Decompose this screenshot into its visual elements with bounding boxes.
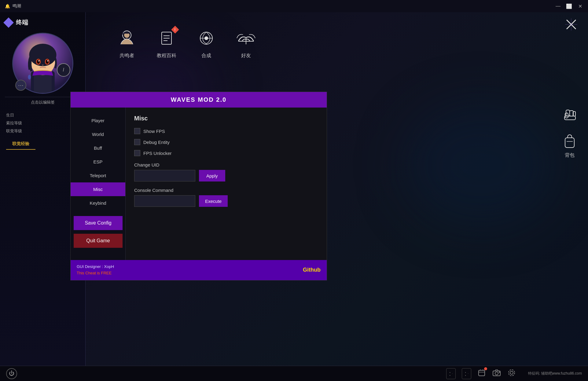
synthesis-label: 合成 bbox=[201, 53, 211, 59]
power-button[interactable]: ⏻ bbox=[6, 368, 17, 379]
wiki-label: 教程百科 bbox=[157, 53, 176, 59]
taskbar: ⏻ : · : · bbox=[0, 366, 588, 381]
fist-icon bbox=[560, 104, 579, 122]
resonators-label: 共鸣者 bbox=[119, 53, 134, 59]
svg-point-9 bbox=[46, 60, 49, 64]
taskbar-icon-group-1: : · bbox=[446, 368, 456, 379]
section-icon bbox=[3, 17, 14, 28]
save-config-button[interactable]: Save Config bbox=[74, 216, 123, 230]
taskbar-icons: : · : · bbox=[446, 368, 582, 379]
tag-edit-label[interactable]: 点击以编辑签 bbox=[5, 97, 80, 108]
svg-rect-34 bbox=[479, 370, 485, 376]
settings-button[interactable] bbox=[507, 368, 516, 379]
svg-point-42 bbox=[509, 370, 515, 376]
liangjue-level-label: 联觉等级 bbox=[6, 129, 22, 133]
show-fps-checkbox[interactable] bbox=[134, 128, 140, 134]
window-chrome: 🔔 鸣潮 — ⬜ ✕ bbox=[0, 0, 588, 12]
level-badge: l bbox=[57, 63, 70, 77]
nav-item-friends[interactable]: 好友 bbox=[235, 27, 257, 59]
icon-dot-1: : bbox=[449, 370, 451, 378]
icon-dot-2: · bbox=[452, 372, 453, 375]
icon-dot-3: : bbox=[465, 370, 466, 378]
mod-nav-esp[interactable]: ESP bbox=[71, 155, 125, 169]
nav-icons-row: 共鸣者 ! 教程百科 bbox=[116, 27, 257, 59]
mod-nav-player[interactable]: Player bbox=[71, 114, 125, 127]
camera-button[interactable] bbox=[492, 368, 501, 379]
liangjue-level-row: 联觉等级 bbox=[6, 127, 79, 135]
section-title: Misc bbox=[134, 115, 318, 122]
svg-rect-29 bbox=[565, 113, 568, 118]
debug-entity-label: Debug Entity bbox=[143, 140, 170, 145]
minimize-button[interactable]: — bbox=[555, 3, 561, 9]
change-uid-row: Apply bbox=[134, 170, 318, 181]
sora-level-label: 索拉等级 bbox=[6, 121, 22, 125]
mod-header: WAVES MOD 2.0 bbox=[71, 92, 327, 108]
mod-body: Player World Buff ESP Teleport Misc Keyb… bbox=[71, 108, 327, 260]
right-icon-fist[interactable] bbox=[560, 104, 579, 122]
mod-nav-world[interactable]: World bbox=[71, 127, 125, 141]
change-uid-label: Change UID bbox=[134, 162, 318, 167]
execute-button[interactable]: Execute bbox=[199, 195, 228, 207]
mod-content: Misc Show FPS Debug Entity FPS Unlocker … bbox=[126, 108, 327, 260]
nav-item-wiki[interactable]: ! 教程百科 bbox=[156, 27, 177, 59]
mod-dialog: WAVES MOD 2.0 Player World Buff ESP Tele… bbox=[70, 92, 327, 280]
footer-designer: GUI Designer : XopH bbox=[77, 264, 114, 270]
checkbox-fps-unlocker: FPS Unlocker bbox=[134, 150, 318, 156]
fps-unlocker-label: FPS Unlocker bbox=[143, 151, 172, 156]
console-command-section: Console Command Execute bbox=[134, 188, 318, 207]
bg-glow-2 bbox=[405, 104, 557, 226]
svg-point-41 bbox=[510, 371, 513, 374]
resonators-icon bbox=[116, 27, 138, 49]
console-command-row: Execute bbox=[134, 195, 318, 207]
svg-point-8 bbox=[37, 60, 40, 64]
footer-left: GUI Designer : XopH This Cheat is FREE bbox=[77, 264, 114, 277]
wiki-icon: ! bbox=[156, 27, 177, 49]
console-command-label: Console Command bbox=[134, 188, 318, 193]
checkbox-show-fps: Show FPS bbox=[134, 128, 318, 134]
mod-nav-keybind[interactable]: Keybind bbox=[71, 196, 125, 210]
avatar-container: ⋯ l bbox=[12, 33, 73, 94]
game-close-button[interactable] bbox=[564, 17, 579, 32]
character-header: 终端 bbox=[0, 12, 85, 30]
maximize-button[interactable]: ⬜ bbox=[566, 3, 572, 9]
mod-footer: GUI Designer : XopH This Cheat is FREE G… bbox=[71, 260, 327, 280]
close-button[interactable]: ✕ bbox=[577, 3, 583, 9]
show-fps-label: Show FPS bbox=[143, 129, 165, 134]
nav-item-synthesis[interactable]: 合成 bbox=[196, 27, 217, 59]
right-icon-backpack[interactable]: 背包 bbox=[560, 131, 579, 159]
birthday-label: 生日 bbox=[6, 113, 14, 117]
taskbar-icon-group-2: : · bbox=[462, 368, 471, 379]
experience-label: 联觉经验 bbox=[6, 139, 35, 150]
top-nav: 共鸣者 ! 教程百科 bbox=[86, 12, 588, 104]
sora-level-row: 索拉等级 bbox=[6, 119, 79, 127]
debug-entity-checkbox[interactable] bbox=[134, 139, 140, 145]
app-name: 鸣潮 bbox=[13, 3, 21, 9]
svg-point-11 bbox=[47, 60, 48, 61]
github-link[interactable]: Github bbox=[303, 267, 321, 273]
mod-nav-buff[interactable]: Buff bbox=[71, 141, 125, 155]
synthesis-icon bbox=[196, 27, 217, 49]
console-command-input[interactable] bbox=[134, 195, 195, 207]
svg-point-40 bbox=[499, 372, 500, 373]
avatar-badge[interactable]: ⋯ bbox=[15, 80, 26, 91]
section-name: 终端 bbox=[16, 18, 28, 27]
svg-rect-32 bbox=[565, 138, 574, 148]
change-uid-section: Change UID Apply bbox=[134, 162, 318, 181]
friends-icon bbox=[235, 27, 257, 49]
window-title: 🔔 鸣潮 bbox=[5, 3, 21, 9]
right-icons: 背包 bbox=[560, 104, 579, 159]
svg-point-12 bbox=[28, 75, 31, 80]
mod-nav-misc[interactable]: Misc bbox=[71, 182, 125, 196]
notification-button[interactable] bbox=[477, 368, 486, 379]
svg-point-10 bbox=[38, 60, 39, 61]
footer-free-text: This Cheat is FREE bbox=[77, 270, 114, 277]
mod-nav-teleport[interactable]: Teleport bbox=[71, 169, 125, 182]
friends-label: 好友 bbox=[241, 53, 251, 59]
svg-point-39 bbox=[495, 372, 498, 375]
quit-game-button[interactable]: Quit Game bbox=[74, 234, 123, 248]
fps-unlocker-checkbox[interactable] bbox=[134, 150, 140, 156]
change-uid-input[interactable] bbox=[134, 170, 195, 181]
apply-button[interactable]: Apply bbox=[199, 170, 225, 181]
backpack-icon bbox=[560, 131, 579, 150]
nav-item-resonators[interactable]: 共鸣者 bbox=[116, 27, 138, 59]
